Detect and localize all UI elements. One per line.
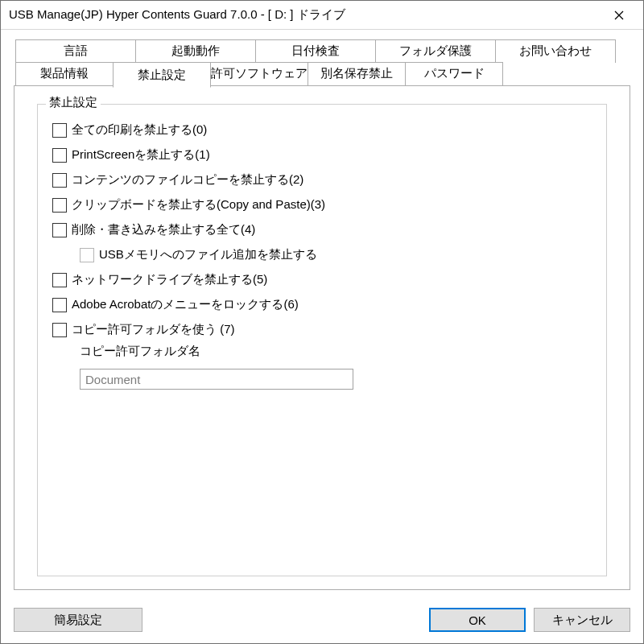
check-row-copy-folder: コピー許可フォルダを使う (7) — [52, 322, 592, 337]
titlebar: USB Manage(JP) Hyper Contents Guard 7.0.… — [1, 1, 643, 30]
ok-button[interactable]: OK — [429, 608, 526, 632]
tab-password[interactable]: パスワード — [405, 62, 503, 86]
content-area: 言語 起動動作 日付検査 フォルダ保護 お問い合わせ 製品情報 禁止設定 許可ソ… — [1, 30, 643, 600]
check-row-network-drive: ネットワークドライブを禁止する(5) — [52, 272, 592, 287]
checkbox-network-drive[interactable] — [52, 273, 67, 287]
checkbox-copy-folder-label: コピー許可フォルダを使う (7) — [72, 322, 235, 337]
tab-contact[interactable]: お問い合わせ — [495, 39, 616, 63]
checkbox-copy-folder[interactable] — [52, 323, 67, 337]
folder-input-row — [80, 369, 592, 390]
checkbox-delete-write[interactable] — [52, 223, 67, 237]
checkbox-acrobat[interactable] — [52, 298, 67, 312]
check-row-usb-add: USBメモリへのファイル追加を禁止する — [80, 247, 592, 262]
tab-strip: 言語 起動動作 日付検査 フォルダ保護 お問い合わせ 製品情報 禁止設定 許可ソ… — [15, 39, 630, 86]
checkbox-usb-add[interactable] — [80, 248, 94, 262]
check-row-clipboard: クリップボードを禁止する(Copy and Paste)(3) — [52, 197, 592, 213]
tab-prohibit-settings[interactable]: 禁止設定 — [113, 62, 211, 88]
checkbox-filecopy-label: コンテンツのファイルコピーを禁止する(2) — [72, 172, 303, 188]
checkbox-print-label: 全ての印刷を禁止する(0) — [72, 122, 207, 138]
checkbox-usb-add-label: USBメモリへのファイル追加を禁止する — [99, 247, 317, 262]
tab-save-as-prohibit[interactable]: 別名保存禁止 — [308, 62, 406, 86]
tab-allowed-software[interactable]: 許可ソフトウェア — [210, 62, 308, 86]
prohibit-groupbox: 禁止設定 全ての印刷を禁止する(0) PrintScreenを禁止する(1) コ… — [37, 104, 607, 576]
checkbox-print[interactable] — [52, 123, 67, 138]
checkbox-filecopy[interactable] — [52, 173, 67, 188]
tab-row-2: 製品情報 禁止設定 許可ソフトウェア 別名保存禁止 パスワード — [15, 62, 630, 86]
dialog-window: USB Manage(JP) Hyper Contents Guard 7.0.… — [0, 0, 644, 644]
checkbox-clipboard[interactable] — [52, 198, 67, 213]
checkbox-network-drive-label: ネットワークドライブを禁止する(5) — [72, 272, 267, 287]
cancel-button[interactable]: キャンセル — [534, 608, 630, 632]
checkbox-clipboard-label: クリップボードを禁止する(Copy and Paste)(3) — [72, 197, 325, 213]
checkbox-printscreen-label: PrintScreenを禁止する(1) — [72, 147, 210, 163]
check-row-print: 全ての印刷を禁止する(0) — [52, 122, 592, 138]
tab-folder-protect[interactable]: フォルダ保護 — [375, 39, 496, 63]
folder-name-label: コピー許可フォルダ名 — [80, 344, 592, 359]
checkbox-acrobat-label: Adobe Acrobatのメニューをロックする(6) — [72, 297, 299, 312]
check-row-acrobat: Adobe Acrobatのメニューをロックする(6) — [52, 297, 592, 312]
check-row-filecopy: コンテンツのファイルコピーを禁止する(2) — [52, 172, 592, 188]
window-title: USB Manage(JP) Hyper Contents Guard 7.0.… — [9, 7, 601, 23]
check-row-printscreen: PrintScreenを禁止する(1) — [52, 147, 592, 163]
folder-name-input[interactable] — [80, 369, 353, 390]
tab-product-info[interactable]: 製品情報 — [15, 62, 114, 86]
close-icon — [614, 10, 624, 20]
checkbox-delete-write-label: 削除・書き込みを禁止する全て(4) — [72, 222, 255, 237]
tab-row-1: 言語 起動動作 日付検査 フォルダ保護 お問い合わせ — [15, 39, 630, 63]
simple-settings-button[interactable]: 簡易設定 — [14, 608, 142, 632]
tab-panel: 禁止設定 全ての印刷を禁止する(0) PrintScreenを禁止する(1) コ… — [14, 85, 630, 590]
checklist: 全ての印刷を禁止する(0) PrintScreenを禁止する(1) コンテンツの… — [52, 119, 592, 390]
close-button[interactable] — [601, 3, 637, 27]
checkbox-printscreen[interactable] — [52, 148, 67, 163]
check-row-delete-write: 削除・書き込みを禁止する全て(4) — [52, 222, 592, 237]
tab-language[interactable]: 言語 — [15, 39, 136, 63]
button-bar: 簡易設定 OK キャンセル — [1, 600, 643, 643]
tab-startup[interactable]: 起動動作 — [135, 39, 256, 63]
group-legend: 禁止設定 — [46, 95, 101, 110]
tab-date-check[interactable]: 日付検査 — [255, 39, 376, 63]
